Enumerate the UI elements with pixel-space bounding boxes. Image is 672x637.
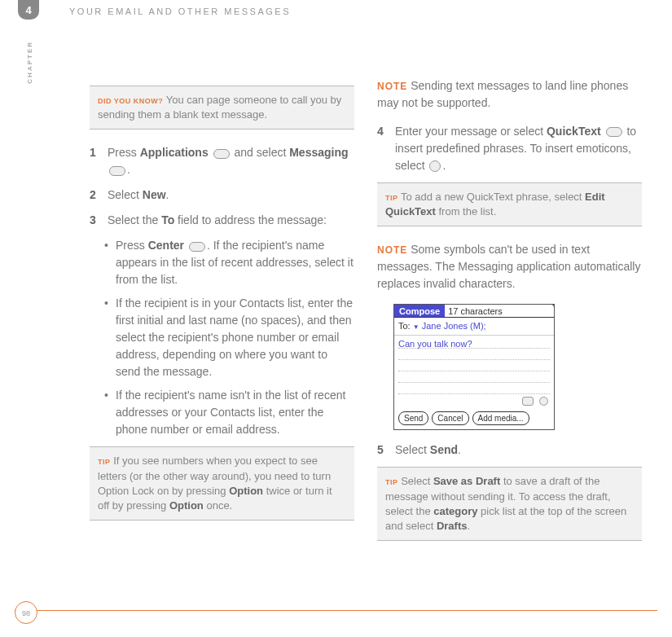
step-number: 5 <box>377 442 395 459</box>
tip-label: TIP <box>98 458 111 466</box>
bullet-body: If the recipient is in your Contacts lis… <box>116 295 354 380</box>
message-text: Can you talk now? <box>398 337 550 349</box>
bullet-body: Press Center . If the recipient's name a… <box>116 237 354 288</box>
step-number: 3 <box>90 212 108 229</box>
tip-option-lock-box: TIP If you see numbers when you expect t… <box>90 446 354 521</box>
to-label: To <box>161 213 174 226</box>
bullet-dot: • <box>104 295 116 380</box>
step-number: 1 <box>90 144 108 178</box>
bullet-3: • If the recipient's name isn't in the l… <box>104 387 354 438</box>
page-number: 98 <box>15 601 37 624</box>
text: . <box>127 163 130 176</box>
cancel-button: Cancel <box>432 411 468 425</box>
compose-button-row: Send Cancel Add media... <box>394 409 554 429</box>
did-you-know-box: DID YOU KNOW? You can page someone to ca… <box>90 86 354 130</box>
bullet-dot: • <box>104 387 116 438</box>
text: once. <box>204 499 232 512</box>
compose-to-row: To: ▼ Jane Jones (M); <box>394 318 554 336</box>
message-line <box>398 383 550 394</box>
note-symbols: NOTE Some symbols can't be used in text … <box>377 241 642 292</box>
compose-char-counter: 17 characters <box>445 305 554 317</box>
compose-titlebar: Compose 17 characters <box>394 305 554 318</box>
dropdown-arrow-icon: ▼ <box>413 323 419 331</box>
step-3: 3 Select the To field to address the mes… <box>90 212 354 229</box>
messaging-icon <box>109 166 125 176</box>
step-body: Select the To field to address the messa… <box>108 212 354 229</box>
recipient-name: Jane Jones (M); <box>422 321 486 331</box>
note-landline: NOTE Sending text messages to land line … <box>377 77 642 112</box>
text: Select <box>401 475 433 487</box>
footer-rule <box>15 610 657 611</box>
emoticon-toolbar-icon <box>539 397 548 406</box>
bullet-dot: • <box>104 237 116 288</box>
message-line <box>398 371 550 383</box>
note-label: NOTE <box>377 244 407 256</box>
option-label: Option <box>229 485 263 497</box>
text: and select <box>231 146 290 159</box>
chapter-number-tab: 4 <box>18 0 39 20</box>
did-you-know-label: DID YOU KNOW? <box>98 97 163 105</box>
text: To add a new QuickText phrase, select <box>401 191 585 203</box>
text: field to address the message: <box>174 213 327 226</box>
applications-icon <box>213 149 230 159</box>
text: . <box>467 520 470 532</box>
step-body: Select Send. <box>395 442 642 459</box>
step-4: 4 Enter your message or select QuickText… <box>377 123 642 174</box>
applications-label: Applications <box>140 146 209 159</box>
bullet-1: • Press Center . If the recipient's name… <box>104 237 354 288</box>
text: Enter your message or select <box>395 125 547 138</box>
option-label: Option <box>169 499 204 512</box>
step-body: Enter your message or select QuickText t… <box>395 123 642 174</box>
note-text: Sending text messages to land line phone… <box>377 79 628 109</box>
compose-screenshot: Compose 17 characters To: ▼ Jane Jones (… <box>393 304 555 430</box>
compose-title-label: Compose <box>394 305 445 317</box>
bullet-body: If the recipient's name isn't in the lis… <box>116 387 354 438</box>
step-body: Select New. <box>108 187 354 204</box>
send-button: Send <box>398 411 428 425</box>
tip-label: TIP <box>385 194 398 202</box>
text: Press <box>108 146 140 159</box>
step-5: 5 Select Send. <box>377 442 642 459</box>
messaging-label: Messaging <box>289 146 348 159</box>
text: Select <box>395 443 430 456</box>
right-column: NOTE Sending text messages to land line … <box>377 77 642 556</box>
center-button-icon <box>189 242 205 252</box>
text: from the list. <box>436 205 496 217</box>
page-header-title: YOUR EMAIL AND OTHER MESSAGES <box>69 7 291 16</box>
chapter-vertical-label: CHAPTER <box>26 41 33 84</box>
center-label: Center <box>148 239 184 252</box>
step-number: 2 <box>90 187 108 204</box>
tip-save-draft-box: TIP Select Save as Draft to save a draft… <box>377 467 642 541</box>
step-number: 4 <box>377 123 395 174</box>
compose-body: Can you talk now? <box>394 336 554 394</box>
message-line <box>398 360 550 371</box>
quicktext-icon <box>606 127 622 137</box>
drafts-label: Drafts <box>437 520 468 532</box>
text: Select the <box>108 213 161 226</box>
text: Press <box>116 239 148 252</box>
step-1: 1 Press Applications and select Messagin… <box>90 144 354 178</box>
note-text: Some symbols can't be used in text messa… <box>377 243 640 290</box>
to-label: To: <box>398 321 411 331</box>
quicktext-label: QuickText <box>547 125 601 138</box>
text: . <box>442 159 446 172</box>
emoticon-icon <box>429 160 441 172</box>
bullet-2: • If the recipient is in your Contacts l… <box>104 295 354 380</box>
text: Select <box>108 188 143 201</box>
save-as-draft-label: Save as Draft <box>433 475 500 487</box>
step-body: Press Applications and select Messaging … <box>108 144 354 178</box>
text: . <box>458 443 461 456</box>
send-label: Send <box>430 443 458 456</box>
tip-label: TIP <box>385 478 398 486</box>
text: . <box>166 188 169 201</box>
content-columns: DID YOU KNOW? You can page someone to ca… <box>90 77 643 556</box>
compose-toolbar <box>394 394 554 410</box>
tip-quicktext-box: TIP To add a new QuickText phrase, selec… <box>377 182 642 226</box>
message-line <box>398 349 550 360</box>
category-label: category <box>433 505 477 517</box>
add-media-button: Add media... <box>472 411 529 425</box>
left-column: DID YOU KNOW? You can page someone to ca… <box>90 77 354 556</box>
quicktext-toolbar-icon <box>522 397 534 406</box>
note-label: NOTE <box>377 81 407 92</box>
step-2: 2 Select New. <box>90 187 354 204</box>
